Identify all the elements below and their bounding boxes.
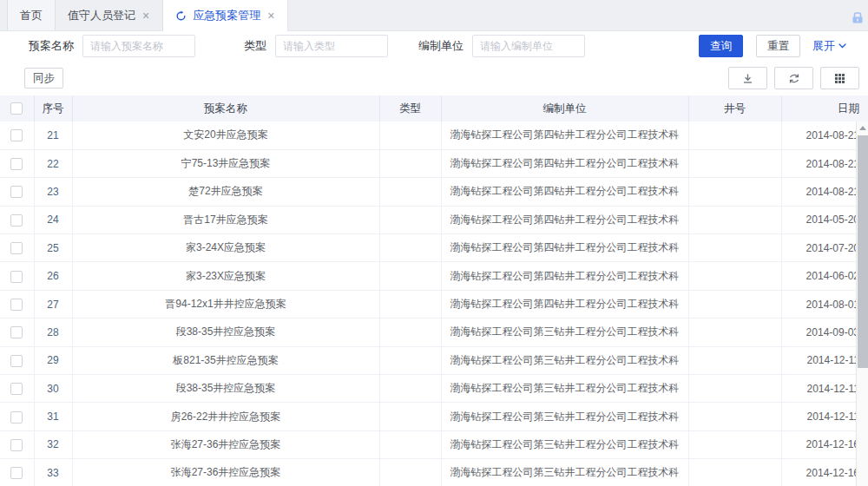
expand-toggle[interactable]: 展开 xyxy=(812,38,846,54)
cell-plan-name: 晋94-12x1井井控应急预案 xyxy=(72,290,379,318)
sync-button[interactable]: 同步 xyxy=(24,68,63,89)
cell-well xyxy=(688,122,781,149)
table-row[interactable]: 24 晋古17井应急预案 渤海钻探工程公司第四钻井工程分公司工程技术科 2014… xyxy=(0,206,868,233)
cell-type xyxy=(379,262,441,290)
cell-date: 2014-08-21 xyxy=(781,178,868,206)
table-row[interactable]: 21 文安20井应急预案 渤海钻探工程公司第四钻井工程分公司工程技术科 2014… xyxy=(0,122,868,149)
tab-home[interactable]: 首页 xyxy=(7,0,56,30)
header-type: 类型 xyxy=(379,95,441,122)
table-row[interactable]: 32 张海27-36井控应急预案 渤海钻探工程公司第三钻井工程分公司工程技术科 … xyxy=(0,430,868,458)
cell-well xyxy=(688,430,781,458)
cell-type xyxy=(379,290,441,318)
row-checkbox[interactable] xyxy=(10,158,23,170)
row-checkbox[interactable] xyxy=(10,326,23,338)
cell-date: 2014-08-21 xyxy=(781,149,868,177)
cell-unit: 渤海钻探工程公司第三钻井工程分公司工程技术科 xyxy=(441,375,688,403)
table-row[interactable]: 30 段38-35井控应急预案 渤海钻探工程公司第三钻井工程分公司工程技术科 2… xyxy=(0,375,868,403)
chevron-down-icon xyxy=(838,43,846,49)
cell-no: 31 xyxy=(34,403,72,430)
row-checkbox[interactable] xyxy=(10,129,23,141)
row-checkbox[interactable] xyxy=(10,186,23,198)
tab-bar: 首页 值守人员登记 × 应急预案管理 × xyxy=(0,0,868,31)
table-row[interactable]: 33 张海27-36井控应急预案 渤海钻探工程公司第三钻井工程分公司工程技术科 … xyxy=(0,459,868,486)
table-row[interactable]: 25 家3-24X应急预案 渤海钻探工程公司第四钻井工程分公司工程技术科 201… xyxy=(0,234,868,262)
cell-well xyxy=(688,262,781,290)
cell-type xyxy=(379,403,441,430)
cell-date: 2014-12-11 xyxy=(781,375,868,403)
row-checkbox[interactable] xyxy=(10,214,23,227)
column-settings-button[interactable] xyxy=(820,67,859,89)
cell-no: 21 xyxy=(34,122,72,149)
table-row[interactable]: 27 晋94-12x1井井控应急预案 渤海钻探工程公司第四钻井工程分公司工程技术… xyxy=(0,290,868,318)
table-row[interactable]: 29 板821-35井控应急预案 渤海钻探工程公司第三钻井工程分公司工程技术科 … xyxy=(0,346,868,374)
cell-no: 32 xyxy=(34,430,72,458)
table-row[interactable]: 31 房26-22井井控应急预案 渤海钻探工程公司第三钻井工程分公司工程技术科 … xyxy=(0,403,868,430)
cell-plan-name: 张海27-36井控应急预案 xyxy=(72,430,379,458)
table-row[interactable]: 26 家3-23X应急预案 渤海钻探工程公司第四钻井工程分公司工程技术科 201… xyxy=(0,262,868,290)
row-checkbox-cell xyxy=(0,149,34,177)
cell-plan-name: 文安20井应急预案 xyxy=(72,122,379,149)
download-button[interactable] xyxy=(728,67,767,89)
row-checkbox[interactable] xyxy=(10,383,23,395)
row-checkbox-cell xyxy=(0,375,34,403)
unit-input[interactable] xyxy=(472,35,585,57)
vertical-scrollbar[interactable] xyxy=(856,122,868,486)
cell-type xyxy=(379,206,441,233)
type-input[interactable] xyxy=(275,35,388,57)
refresh-icon[interactable] xyxy=(175,10,187,22)
toolbar: 同步 xyxy=(0,61,868,95)
row-checkbox-cell xyxy=(0,403,34,430)
cell-plan-name: 段38-35井控应急预案 xyxy=(72,319,379,346)
cell-unit: 渤海钻探工程公司第三钻井工程分公司工程技术科 xyxy=(441,346,688,374)
cell-date: 2014-08-21 xyxy=(781,122,868,149)
row-checkbox-cell xyxy=(0,206,34,233)
query-button[interactable]: 查询 xyxy=(699,35,743,57)
tab-emergency-plan[interactable]: 应急预案管理 × xyxy=(163,0,288,31)
cell-well xyxy=(688,206,781,233)
cell-type xyxy=(379,149,441,177)
cell-type xyxy=(379,319,441,346)
row-checkbox[interactable] xyxy=(10,467,23,479)
row-checkbox[interactable] xyxy=(10,271,23,283)
row-checkbox-cell xyxy=(0,290,34,318)
table-row[interactable]: 23 楚72井应急预案 渤海钻探工程公司第四钻井工程分公司工程技术科 2014-… xyxy=(0,178,868,206)
lock-icon[interactable] xyxy=(850,10,865,25)
refresh-icon xyxy=(788,73,800,84)
cell-date: 2014-12-16 xyxy=(781,459,868,486)
row-checkbox[interactable] xyxy=(10,411,23,424)
scroll-up-icon[interactable] xyxy=(857,122,868,134)
cell-well xyxy=(688,375,781,403)
cell-date: 2014-12-11 xyxy=(781,403,868,430)
cell-type xyxy=(379,346,441,374)
cell-unit: 渤海钻探工程公司第三钻井工程分公司工程技术科 xyxy=(441,459,688,486)
cell-no: 28 xyxy=(34,319,72,346)
cell-plan-name: 家3-23X应急预案 xyxy=(72,262,379,290)
reset-button[interactable]: 重置 xyxy=(756,35,800,57)
select-all-checkbox[interactable] xyxy=(10,102,23,115)
row-checkbox-cell xyxy=(0,262,34,290)
row-checkbox[interactable] xyxy=(10,299,23,311)
cell-unit: 渤海钻探工程公司第三钻井工程分公司工程技术科 xyxy=(441,403,688,430)
cell-no: 23 xyxy=(34,178,72,206)
row-checkbox[interactable] xyxy=(10,355,23,367)
close-icon[interactable]: × xyxy=(266,10,275,22)
plan-name-input[interactable] xyxy=(82,35,195,57)
row-checkbox-cell xyxy=(0,430,34,458)
cell-unit: 渤海钻探工程公司第三钻井工程分公司工程技术科 xyxy=(441,319,688,346)
cell-no: 29 xyxy=(34,346,72,374)
refresh-button[interactable] xyxy=(774,67,813,89)
scrollbar-thumb[interactable] xyxy=(858,135,868,368)
close-icon[interactable]: × xyxy=(141,10,150,22)
cell-plan-name: 张海27-36井控应急预案 xyxy=(72,459,379,486)
tab-duty-register[interactable]: 值守人员登记 × xyxy=(56,0,163,30)
table-row[interactable]: 22 宁75-13井应急预案 渤海钻探工程公司第四钻井工程分公司工程技术科 20… xyxy=(0,149,868,177)
cell-well xyxy=(688,319,781,346)
cell-unit: 渤海钻探工程公司第四钻井工程分公司工程技术科 xyxy=(441,122,688,149)
cell-well xyxy=(688,234,781,262)
type-label: 类型 xyxy=(244,38,266,54)
row-checkbox[interactable] xyxy=(10,242,23,254)
cell-no: 27 xyxy=(34,290,72,318)
row-checkbox[interactable] xyxy=(10,439,23,451)
cell-date: 2014-05-20 xyxy=(781,206,868,233)
table-row[interactable]: 28 段38-35井控应急预案 渤海钻探工程公司第三钻井工程分公司工程技术科 2… xyxy=(0,319,868,346)
